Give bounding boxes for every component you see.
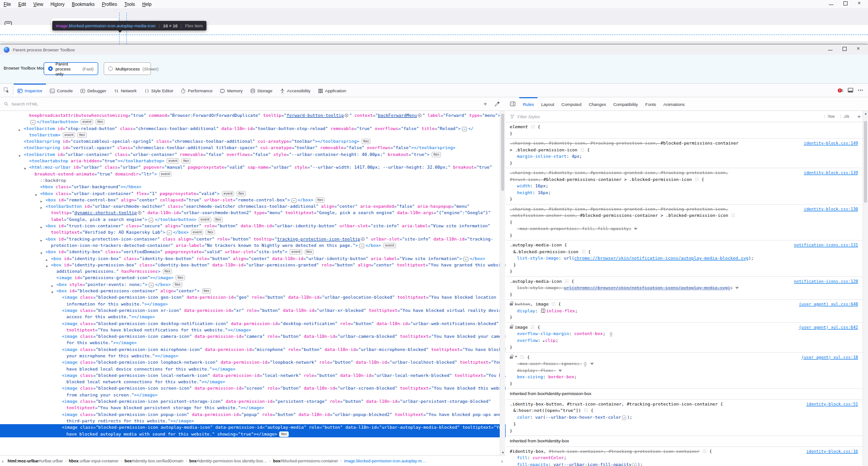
css-rule[interactable]: .autoplay-media-icon {list-style-image: …: [506, 277, 863, 300]
pseudo-class-button[interactable]: :hov: [824, 114, 838, 119]
sidebar-tab-fonts[interactable]: Fonts: [642, 97, 660, 110]
css-rule[interactable]: * {-moz-user-focus: ignore; display: fle…: [506, 353, 863, 389]
tab-performance[interactable]: Performance: [177, 84, 216, 97]
event-badge[interactable]: event: [166, 158, 179, 164]
markup-view[interactable]: keepbroadcastattributeswhencustomizing="…: [0, 111, 506, 455]
rules-list[interactable]: element {}.sharing-icon, #identity-icon,…: [506, 122, 863, 466]
menu-file[interactable]: File: [0, 1, 15, 8]
markup-line[interactable]: ▶<box id="tracking-protection-icon-conta…: [0, 236, 506, 242]
selector-highlighter-icon[interactable]: [520, 355, 524, 359]
stylesheet-link[interactable]: identity-block.css:51: [806, 401, 858, 408]
markup-line[interactable]: from sharing your screen."></image>: [0, 392, 506, 398]
mode-parent-process-radio[interactable]: Parent process only (Fast): [44, 62, 98, 75]
flex-badge[interactable]: flex: [181, 158, 191, 164]
error-badge[interactable]: 5: [837, 88, 843, 93]
css-rule[interactable]: #identity-box, #trust-icon-container, #t…: [506, 447, 863, 466]
eyedropper-icon[interactable]: [492, 101, 502, 107]
markup-line[interactable]: toolbaritem>eventflex: [0, 132, 506, 138]
menu-view[interactable]: View: [30, 1, 47, 8]
markup-line[interactable]: <image class="blocked-permission-icon mi…: [0, 346, 506, 353]
event-badge[interactable]: event: [290, 249, 302, 255]
stylesheet-link[interactable]: identity-block.css:16: [806, 448, 858, 455]
selector-highlighter-icon[interactable]: [731, 213, 735, 217]
markup-line[interactable]: tooltiptext="You have blocked notificati…: [0, 327, 506, 333]
markup-line[interactable]: <image class="blocked-permission-icon xr…: [0, 307, 506, 314]
menu-history[interactable]: History: [47, 1, 68, 8]
sidebar-tab-changes[interactable]: Changes: [585, 97, 610, 110]
markup-line[interactable]: ▼<html:moz-urlbar id="urlbar" class="url…: [0, 164, 506, 170]
sidebar-tab-rules[interactable]: Rules: [519, 97, 537, 110]
breadcrumb-item[interactable]: box#blocked-permissions-container: [271, 459, 340, 463]
markup-line[interactable]: keepbroadcastattributeswhencustomizing="…: [0, 112, 506, 119]
flex-badge[interactable]: flex: [236, 191, 246, 196]
class-toggle-button[interactable]: .cls: [840, 114, 852, 119]
filter-styles-bar[interactable]: Filter Styles :hov .cls +: [506, 111, 868, 122]
markup-line[interactable]: <image class="blocked-permission-icon lo…: [0, 372, 506, 379]
selector-highlighter-icon[interactable]: [584, 408, 587, 412]
flex-badge[interactable]: flex: [361, 139, 371, 144]
event-badge[interactable]: event: [383, 243, 396, 248]
markup-line[interactable]: tooltip="dynamic-shortcut-tooltip" data-…: [0, 210, 506, 216]
inspector-search-bar[interactable]: Search HTML +: [0, 97, 506, 111]
event-badge[interactable]: event: [80, 119, 93, 125]
flex-badge[interactable]: flex: [214, 217, 223, 222]
markup-line[interactable]: ▼<box id="identity-box" class="verifiedD…: [0, 249, 506, 255]
css-rule[interactable]: element {}: [506, 122, 863, 139]
markup-line[interactable]: <image id="permissions-granted-icon"></i…: [0, 275, 506, 281]
sidebar-tab-compatibility[interactable]: Compatibility: [610, 97, 642, 110]
expand-inline-icon[interactable]: …: [149, 218, 154, 222]
markup-line[interactable]: ▶<toolbarbutton id="urlbar-searchmode-sw…: [0, 203, 506, 210]
tab-inspector[interactable]: Inspector: [14, 84, 46, 97]
markup-line[interactable]: ▶<box id="trust-icon-container" class="s…: [0, 223, 506, 229]
menu-profiles[interactable]: Profiles: [98, 1, 120, 8]
flex-badge[interactable]: flex: [202, 288, 211, 294]
dock-icon[interactable]: [848, 87, 853, 93]
scroll-down-icon[interactable]: ▼: [500, 451, 506, 454]
minimize-icon[interactable]: [829, 5, 833, 5]
markup-line[interactable]: …</toolbarbutton>eventflex: [0, 119, 506, 125]
markup-line[interactable]: ▼<hbox class="urlbar-input-container" fl…: [0, 190, 506, 197]
scrollbar-thumb[interactable]: [864, 121, 867, 203]
sidebar-tab-computed[interactable]: Computed: [558, 97, 585, 110]
inactive-css-icon[interactable]: [610, 332, 612, 335]
collapse-sidebar-icon[interactable]: [506, 97, 519, 110]
markup-line[interactable]: ::backdrop: [0, 177, 506, 184]
tab-accessibility[interactable]: Accessibility: [276, 84, 314, 97]
markup-line[interactable]: <image class="blocked-permission-icon lo…: [0, 359, 506, 366]
menu-bookmarks[interactable]: Bookmarks: [68, 1, 98, 8]
css-rule[interactable]: .autoplay-media-icon {&.blocked-permissi…: [506, 241, 863, 277]
flex-badge[interactable]: flex: [176, 275, 185, 281]
markup-line[interactable]: ▼<box id="identity-permission-box" class…: [0, 262, 506, 268]
markup-line[interactable]: have blocked local device connections fo…: [0, 366, 506, 372]
menu-edit[interactable]: Edit: [15, 1, 30, 8]
stylesheet-link[interactable]: (user agent) xul.css:18: [801, 354, 858, 361]
sidebar-tab-animations[interactable]: Animations: [660, 97, 688, 110]
css-rule[interactable]: .sharing-icon, #identity-icon, #permissi…: [506, 168, 863, 205]
selector-highlighter-icon[interactable]: [702, 449, 706, 453]
expand-inline-icon[interactable]: …: [149, 283, 154, 287]
expand-inline-icon[interactable]: …: [167, 230, 172, 235]
close-icon[interactable]: ×: [858, 1, 861, 5]
toolbox-maximize-icon[interactable]: [843, 47, 847, 51]
markup-line[interactable]: ▶<box style="pointer-events: none;">…</b…: [0, 281, 506, 288]
tab-storage[interactable]: Storage: [246, 84, 276, 97]
css-rule[interactable]: .sharing-icon, #identity-icon, #permissi…: [506, 205, 863, 241]
sidebar-tab-layout[interactable]: Layout: [537, 97, 558, 110]
mode-multiprocess-radio[interactable]: Multiprocess (Slower): [104, 62, 151, 75]
flex-badge[interactable]: flex: [173, 282, 182, 287]
markup-line[interactable]: <image class="blocked-permission-icon pe…: [0, 398, 506, 405]
breadcrumb-item[interactable]: hbox.urlbar-input-container: [66, 459, 121, 463]
breadcrumb-back-icon[interactable]: ‹: [0, 458, 5, 464]
css-rule[interactable]: button, image {display: inline-flex;}(us…: [506, 300, 863, 323]
stylesheet-link[interactable]: identity-block.css:149: [804, 140, 858, 147]
markup-line[interactable]: <toolbarspring id="customizableui-specia…: [0, 138, 506, 145]
markup-line[interactable]: <toolbartabstop aria-hidden="true"></too…: [0, 158, 506, 164]
markup-line[interactable]: <hbox class="urlbar-background"></hbox>: [0, 184, 506, 190]
stylesheet-link[interactable]: notification-icons.css:128: [794, 278, 858, 285]
selector-highlighter-icon[interactable]: [552, 302, 555, 306]
markup-line[interactable]: ▶<toolbaritem id="stop-reload-button" cl…: [0, 125, 506, 132]
markup-line[interactable]: third-party redirects for this website."…: [0, 418, 506, 424]
stylesheet-link[interactable]: (user agent) xul.css:642: [799, 324, 858, 331]
node-link-icon[interactable]: [138, 211, 141, 215]
markup-line[interactable]: protection-icon-no-trackers-detected-con…: [0, 242, 506, 249]
